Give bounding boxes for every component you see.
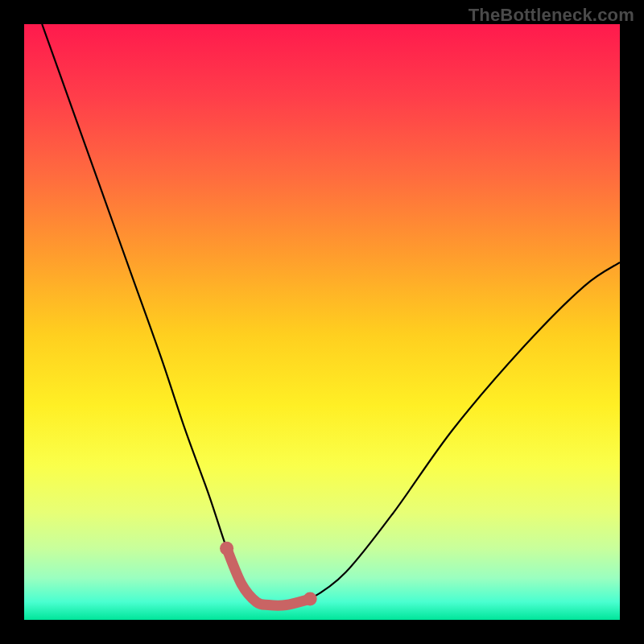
optimal-range-endpoint [303, 592, 317, 606]
optimal-range-marker [227, 548, 311, 605]
chart-frame: TheBottleneck.com [0, 0, 644, 644]
optimal-range-endpoint [220, 542, 233, 555]
watermark-text: TheBottleneck.com [469, 5, 634, 26]
curve-layer [24, 24, 620, 620]
bottleneck-curve [42, 24, 620, 605]
plot-area [24, 24, 620, 620]
